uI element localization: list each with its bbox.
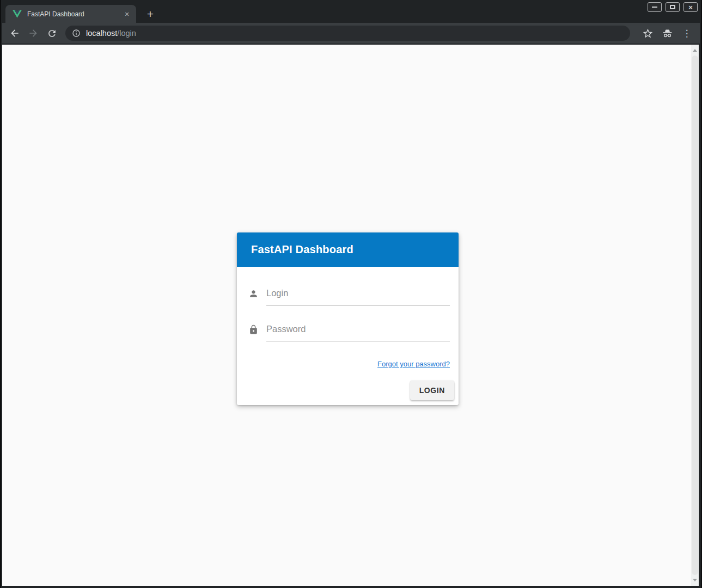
page-info-icon[interactable]	[72, 29, 81, 38]
forgot-password-link[interactable]: Forgot your password?	[377, 360, 450, 368]
password-input[interactable]	[266, 323, 450, 341]
url-text[interactable]: localhost/login	[86, 29, 136, 38]
lock-icon	[248, 324, 259, 335]
arrow-left-icon	[9, 28, 20, 39]
close-button[interactable]: ×	[683, 2, 698, 12]
login-field-row	[248, 287, 450, 305]
star-icon	[642, 28, 654, 39]
scroll-up-icon[interactable]	[693, 49, 697, 52]
new-tab-button[interactable]: +	[143, 7, 158, 22]
login-input[interactable]	[266, 287, 450, 305]
reload-button[interactable]	[42, 24, 61, 42]
person-icon	[248, 289, 259, 299]
kebab-menu-icon: ⋮	[682, 28, 692, 39]
arrow-right-icon	[28, 28, 39, 39]
card-actions: LOGIN	[248, 381, 454, 405]
window-controls: ×	[648, 2, 698, 12]
tab-strip: FastAPI Dashboard × + ×	[1, 0, 701, 23]
login-card-title: FastAPI Dashboard	[251, 243, 353, 256]
login-card-body: Forgot your password? LOGIN	[237, 267, 459, 405]
page-viewport: FastAPI Dashboard Forgot your passwo	[2, 45, 699, 586]
reload-icon	[47, 28, 57, 39]
login-button[interactable]: LOGIN	[410, 381, 454, 400]
close-icon: ×	[688, 4, 693, 11]
back-button[interactable]	[5, 24, 24, 42]
forgot-password-row: Forgot your password?	[248, 359, 450, 369]
vertical-scrollbar[interactable]	[691, 45, 699, 586]
login-card-header: FastAPI Dashboard	[237, 232, 459, 267]
maximize-icon	[670, 5, 675, 9]
vue-logo-icon	[13, 10, 22, 18]
browser-toolbar: localhost/login ⋮	[2, 23, 700, 44]
url-host: localhost	[86, 29, 117, 38]
incognito-indicator	[659, 25, 675, 41]
tab-title: FastAPI Dashboard	[27, 10, 122, 18]
browser-menu-button[interactable]: ⋮	[679, 25, 695, 41]
address-bar[interactable]: localhost/login	[65, 26, 630, 41]
url-path: /login	[117, 29, 136, 38]
bookmark-button[interactable]	[639, 25, 656, 41]
forward-button[interactable]	[24, 24, 42, 42]
minimize-icon	[652, 7, 657, 8]
browser-window: FastAPI Dashboard × + ×	[0, 0, 702, 588]
login-card: FastAPI Dashboard Forgot your passwo	[237, 232, 459, 405]
minimize-button[interactable]	[648, 2, 662, 12]
maximize-button[interactable]	[666, 2, 680, 12]
incognito-icon	[662, 28, 673, 39]
tab-fastapi-dashboard[interactable]: FastAPI Dashboard ×	[5, 5, 136, 23]
scroll-down-icon[interactable]	[693, 579, 697, 581]
password-field-row	[248, 323, 450, 341]
scrollbar-thumb[interactable]	[692, 56, 698, 575]
tab-close-icon[interactable]: ×	[122, 9, 132, 19]
